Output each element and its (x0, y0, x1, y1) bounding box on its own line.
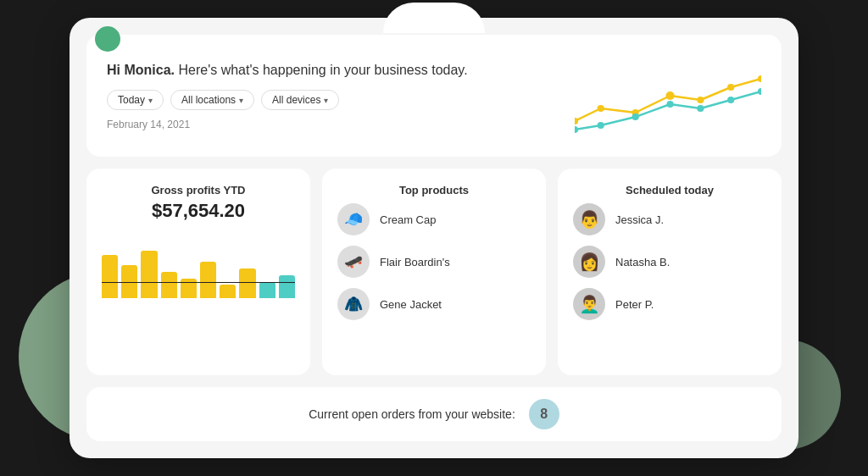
svg-point-10 (666, 101, 673, 108)
bar-4 (161, 272, 177, 298)
middle-row: Gross profits YTD $57,654.20 Top p (86, 169, 782, 375)
bar-chart (102, 232, 295, 300)
scheduled-list: 👨 Jessica J. 👩 Natasha B. 👨‍🦱 Peter P. (573, 203, 766, 320)
top-left: Hi Monica. Here's what's happening in yo… (107, 61, 468, 130)
list-item: 🧢 Cream Cap (337, 203, 531, 235)
list-item: 🧥 Gene Jacket (337, 288, 531, 320)
outer-container: Hi Monica. Here's what's happening in yo… (70, 18, 798, 458)
chevron-down-icon: ▾ (148, 96, 153, 105)
product-name-1: Cream Cap (380, 213, 436, 226)
filter-bar: Today ▾ All locations ▾ All devices ▾ (107, 90, 468, 110)
gross-profits-card: Gross profits YTD $57,654.20 (86, 169, 310, 375)
devices-filter[interactable]: All devices ▾ (261, 90, 339, 110)
person-name-1: Jessica J. (615, 213, 664, 226)
svg-point-13 (758, 88, 761, 95)
list-item: 👨‍🦱 Peter P. (573, 288, 766, 320)
bar-5 (181, 279, 197, 298)
top-products-title: Top products (337, 184, 531, 196)
bar-10 (279, 275, 295, 298)
line-chart (575, 53, 761, 138)
person-avatar-1: 👨 (573, 203, 605, 235)
date-text: February 14, 2021 (107, 119, 468, 130)
list-item: 🛹 Flair Boardin's (337, 246, 531, 278)
svg-point-5 (727, 84, 734, 91)
open-orders-badge: 8 (529, 399, 559, 429)
svg-point-9 (632, 113, 639, 120)
bar-8 (239, 268, 255, 298)
product-avatar-3: 🧥 (337, 288, 370, 320)
deco-dot (95, 26, 120, 52)
scheduled-today-card: Scheduled today 👨 Jessica J. 👩 Natasha B… (558, 169, 782, 375)
product-name-2: Flair Boardin's (380, 256, 450, 268)
locations-filter[interactable]: All locations ▾ (170, 90, 254, 110)
scheduled-title: Scheduled today (573, 184, 766, 196)
chevron-down-icon: ▾ (324, 96, 328, 105)
deco-arc (383, 3, 485, 33)
person-avatar-3: 👨‍🦱 (573, 288, 605, 320)
gross-profits-amount: $57,654.20 (102, 200, 295, 222)
bar-9 (259, 282, 275, 299)
svg-point-4 (697, 97, 704, 103)
product-avatar-2: 🛹 (337, 246, 370, 278)
top-products-card: Top products 🧢 Cream Cap 🛹 Flair Boardin… (322, 169, 546, 375)
top-section: Hi Monica. Here's what's happening in yo… (86, 35, 782, 157)
product-name-3: Gene Jacket (380, 298, 442, 311)
open-orders-text: Current open orders from your website: (309, 407, 515, 421)
bar-2 (121, 265, 137, 298)
product-avatar-1: 🧢 (337, 203, 370, 235)
person-name-2: Natasha B. (615, 256, 670, 268)
svg-point-3 (665, 91, 674, 100)
list-item: 👩 Natasha B. (573, 246, 766, 278)
chevron-down-icon: ▾ (239, 96, 243, 105)
bar-1 (102, 255, 118, 298)
svg-point-1 (598, 105, 604, 112)
bar-7 (220, 285, 236, 298)
svg-point-12 (727, 97, 734, 103)
person-name-3: Peter P. (615, 298, 654, 311)
list-item: 👨 Jessica J. (573, 203, 766, 235)
today-filter[interactable]: Today ▾ (107, 90, 164, 110)
product-list: 🧢 Cream Cap 🛹 Flair Boardin's 🧥 Gene Jac… (337, 203, 531, 320)
bar-3 (141, 251, 157, 298)
bottom-bar: Current open orders from your website: 8 (86, 387, 782, 441)
svg-point-8 (598, 122, 604, 129)
bar-6 (200, 262, 216, 298)
svg-point-7 (575, 126, 578, 133)
person-avatar-2: 👩 (573, 246, 605, 278)
gross-profits-title: Gross profits YTD (102, 184, 295, 196)
greeting-text: Hi Monica. Here's what's happening in yo… (107, 61, 468, 80)
svg-point-11 (697, 105, 704, 112)
svg-point-6 (758, 75, 761, 82)
main-card: Hi Monica. Here's what's happening in yo… (70, 18, 798, 458)
